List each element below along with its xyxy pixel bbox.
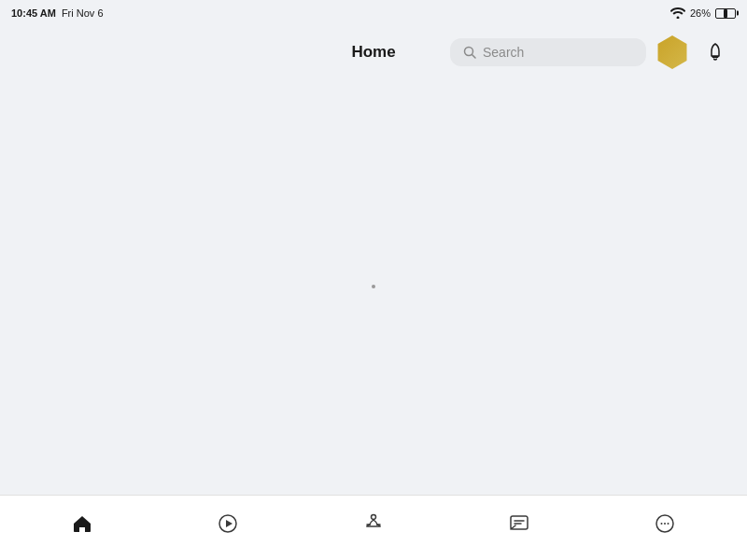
tab-messages[interactable] [491,500,547,547]
loading-dot [372,285,375,288]
svg-point-9 [661,523,663,525]
search-bar[interactable]: Search [450,38,646,66]
search-placeholder: Search [483,45,524,60]
svg-point-4 [372,514,376,519]
status-left: 10:45 AM Fri Nov 6 [11,7,104,19]
battery-icon [715,8,736,19]
status-bar: 10:45 AM Fri Nov 6 26% [0,0,747,26]
svg-point-10 [664,523,666,525]
search-icon [463,46,476,59]
battery-percent: 26% [690,7,711,19]
notification-button[interactable] [698,35,732,69]
wifi-icon [670,7,685,19]
status-date: Fri Nov 6 [62,7,104,19]
messages-icon [508,512,530,535]
top-nav-bar: Home Search [0,26,747,78]
svg-marker-3 [226,520,233,527]
nav-right: Search [450,35,732,69]
bell-icon [705,42,726,63]
svg-line-1 [472,55,476,59]
play-icon [217,512,239,535]
svg-point-11 [668,523,669,525]
tab-meditate[interactable] [345,500,402,547]
status-time: 10:45 AM [11,7,56,19]
meditate-icon [361,511,386,536]
tab-play[interactable] [200,500,256,547]
profile-hexagon-button[interactable] [655,35,689,69]
page-title: Home [351,43,395,62]
bottom-tab-bar [0,495,747,560]
tab-more[interactable] [637,500,693,547]
more-icon [654,512,676,535]
tab-home[interactable] [54,500,110,547]
main-content [0,78,747,495]
status-icons: 26% [670,7,736,19]
home-icon [71,512,93,535]
